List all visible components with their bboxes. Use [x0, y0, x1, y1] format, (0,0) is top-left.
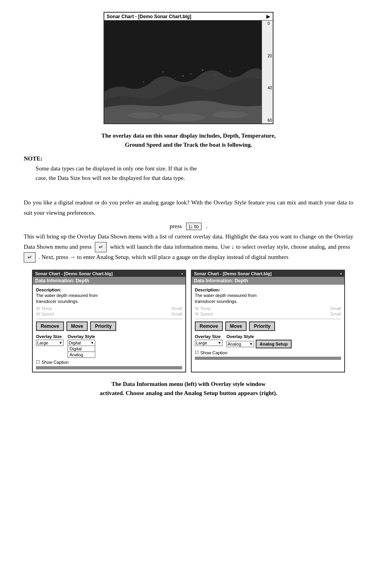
left-desc-label: Description:	[36, 287, 182, 293]
right-greyed-rows2: W Speed Small	[195, 312, 341, 316]
right-style-arrow: ▼	[249, 342, 253, 346]
left-screenshot: Sonar Chart - [Demo Sonar Chart.blg] ▪ D…	[32, 270, 186, 373]
svg-point-1	[182, 75, 184, 77]
analog-setup-button[interactable]: Analog Setup	[256, 340, 292, 348]
svg-point-7	[143, 81, 144, 83]
left-button-row: Remove Move Priority	[36, 321, 182, 331]
right-priority-button[interactable]: Priority	[249, 321, 275, 331]
right-overlay-size-group: Overlay Size Large ▼	[195, 334, 222, 346]
svg-point-9	[128, 112, 160, 119]
left-checkbox[interactable]: ☐	[36, 359, 40, 365]
left-scrollbar[interactable]	[36, 366, 182, 369]
arrow-down-key: |↓ to	[186, 223, 201, 230]
svg-point-6	[214, 75, 215, 76]
left-priority-button[interactable]: Priority	[90, 321, 116, 331]
right-screenshot: Sonar Chart - [Demo Sonar Chart.blg] ▪ D…	[191, 270, 345, 373]
right-divider	[195, 319, 341, 319]
sonar-chart-container: Sonar Chart - [Demo Sonar Chart.blg] ▶ 4…	[24, 12, 353, 124]
left-greyed-rows: W Temp Small	[36, 306, 182, 311]
sonar-chart: Sonar Chart - [Demo Sonar Chart.blg] ▶ 4…	[104, 12, 273, 124]
svg-point-10	[161, 113, 204, 121]
svg-point-3	[175, 78, 175, 78]
sonar-title-arrow: ▶	[266, 13, 270, 19]
svg-point-8	[230, 71, 230, 72]
right-button-row: Remove Move Priority	[195, 321, 341, 331]
note-body: Some data types can be displayed in only…	[36, 164, 353, 183]
left-style-dropdown-digital[interactable]: Digital	[68, 346, 95, 352]
caption1: The overlay data on this sonar display i…	[24, 131, 353, 149]
right-overlay-style-group: Overlay Style Analog ▼ Analog Setup	[226, 334, 292, 348]
body-paragraph2: This will bring up the Overlay Data Show…	[24, 232, 353, 263]
left-ss-titlebar: Sonar Chart - [Demo Sonar Chart.blg] ▪	[33, 270, 185, 277]
right-greyed-rows: W Temp Small	[195, 306, 341, 311]
right-checkbox[interactable]: ☐	[195, 350, 199, 355]
left-greyed-rows2: W Speed Small	[36, 312, 182, 316]
right-style-select[interactable]: Analog ▼	[226, 341, 254, 347]
left-size-arrow: ▼	[59, 341, 62, 345]
sonar-wave-svg	[104, 21, 262, 123]
right-size-select[interactable]: Large ▼	[195, 340, 222, 346]
svg-point-4	[163, 72, 164, 73]
press-line: press |↓ to .	[24, 223, 353, 230]
sonar-scale: 0 20 40 60	[268, 21, 272, 123]
left-size-select[interactable]: Large ▼	[36, 340, 64, 346]
right-move-button[interactable]: Move	[225, 321, 247, 331]
svg-point-11	[213, 111, 248, 118]
left-bottom-row: Overlay Size Large ▼ Overlay Style Digit…	[36, 334, 182, 358]
sonar-titlebar: Sonar Chart - [Demo Sonar Chart.blg] ▶	[104, 13, 273, 21]
left-overlay-style-group: Overlay Style Digital ▼ Digital Analog	[68, 334, 95, 358]
sonar-body: 41.8ft 41.1 °F 238° mag TRK 5.0 mph GS	[104, 21, 273, 123]
left-style-select[interactable]: Digital ▼	[68, 340, 95, 346]
enter-key2: ↵	[24, 252, 36, 263]
sonar-title-text: Sonar Chart - [Demo Sonar Chart.blg]	[107, 14, 191, 19]
screenshots-row: Sonar Chart - [Demo Sonar Chart.blg] ▪ D…	[24, 270, 353, 373]
right-ss-titlebar: Sonar Chart - [Demo Sonar Chart.blg] ▪	[192, 270, 344, 277]
left-move-button[interactable]: Move	[66, 321, 88, 331]
right-bottom-row: Overlay Size Large ▼ Overlay Style Analo…	[195, 334, 341, 348]
bottom-caption: The Data Information menu (left) with Ov…	[24, 380, 353, 397]
enter-key: ↵	[95, 242, 107, 252]
right-desc-text: The water depth measured from transducer…	[195, 293, 341, 305]
left-ss-body: Description: The water depth measured fr…	[33, 285, 185, 372]
left-divider	[36, 319, 182, 319]
right-ss-body: Description: The water depth measured fr…	[192, 285, 344, 363]
left-style-dropdown-analog[interactable]: Analog	[68, 352, 95, 358]
left-ss-header: Data Information: Depth	[33, 277, 185, 285]
right-ss-header: Data Information: Depth	[192, 277, 344, 285]
left-desc-text: The water depth measured from transducer…	[36, 293, 182, 305]
svg-point-5	[202, 69, 204, 71]
right-show-caption-row: ☐ Show Caption	[195, 350, 341, 355]
right-scrollbar[interactable]	[195, 357, 341, 360]
note-title: NOTE:	[24, 155, 353, 162]
left-remove-button[interactable]: Remove	[36, 321, 64, 331]
left-overlay-size-group: Overlay Size Large ▼	[36, 334, 64, 346]
right-remove-button[interactable]: Remove	[195, 321, 223, 331]
sonar-sidebar: 0 20 40 60	[262, 21, 273, 123]
right-desc-label: Description:	[195, 287, 341, 293]
sonar-main: 41.8ft 41.1 °F 238° mag TRK 5.0 mph GS	[104, 21, 262, 123]
left-show-caption-row: ☐ Show Caption	[36, 359, 182, 365]
note-section: NOTE: Some data types can be displayed i…	[24, 155, 353, 183]
left-style-arrow: ▼	[90, 341, 94, 345]
left-style-select-wrapper: Digital ▼ Digital Analog	[68, 340, 95, 358]
svg-point-2	[190, 74, 191, 75]
right-size-arrow: ▼	[218, 341, 221, 345]
body-paragraph1: Do you like a digital readout or do you …	[24, 198, 353, 218]
